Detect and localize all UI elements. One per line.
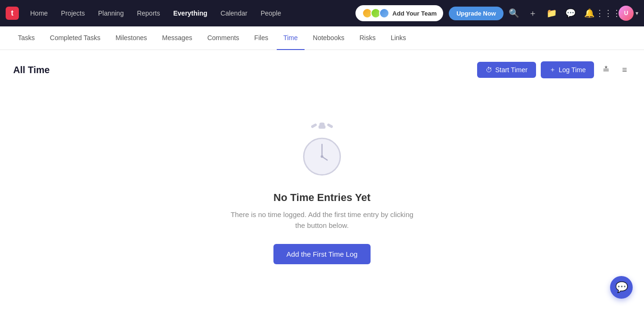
main-content: All Time ⏱ Start Timer ＋ Log Time ≛ ≡ — [0, 50, 644, 294]
filter-button[interactable]: ≡ — [618, 62, 631, 78]
start-timer-label: Start Timer — [495, 66, 527, 74]
logo[interactable]: t — [6, 7, 19, 20]
grid-icon: ⋮⋮⋮ — [595, 8, 621, 18]
tab-notebooks[interactable]: Notebooks — [306, 26, 351, 50]
user-menu-chevron[interactable]: ▾ — [636, 10, 638, 17]
nav-item-projects[interactable]: Projects — [55, 7, 91, 20]
plus-icon: ＋ — [549, 66, 556, 74]
add-team-label: Add Your Team — [392, 10, 437, 17]
tab-tasks[interactable]: Tasks — [11, 26, 41, 50]
search-button[interactable]: 🔍 — [505, 5, 522, 22]
tab-files[interactable]: Files — [248, 26, 275, 50]
tab-messages[interactable]: Messages — [156, 26, 199, 50]
tab-links[interactable]: Links — [384, 26, 413, 50]
team-avatar-3 — [379, 8, 389, 18]
chat-bubble-button[interactable]: 💬 — [610, 276, 633, 299]
log-time-label: Log Time — [559, 66, 586, 74]
nav-item-reports[interactable]: Reports — [131, 7, 165, 20]
tab-time[interactable]: Time — [277, 26, 305, 50]
timer-icon: ⏱ — [486, 66, 492, 74]
empty-title: No Time Entries Yet — [273, 192, 371, 204]
sub-navigation: Tasks Completed Tasks Milestones Message… — [0, 26, 644, 50]
content-header: All Time ⏱ Start Timer ＋ Log Time ≛ ≡ — [13, 61, 631, 78]
team-avatars — [362, 8, 389, 18]
svg-rect-2 — [327, 123, 333, 128]
empty-description: There is no time logged. Add the first t… — [228, 209, 416, 231]
plus-icon: ＋ — [528, 8, 537, 19]
chat-icon: 💬 — [565, 8, 576, 18]
chat-bubble-icon: 💬 — [615, 281, 628, 293]
nav-item-calendar[interactable]: Calendar — [215, 7, 253, 20]
svg-rect-1 — [311, 123, 317, 128]
tab-risks[interactable]: Risks — [353, 26, 382, 50]
page-title: All Time — [13, 65, 50, 75]
folder-icon: 📁 — [546, 8, 557, 18]
bell-icon: 🔔 — [584, 8, 594, 18]
svg-rect-7 — [319, 123, 324, 127]
start-timer-button[interactable]: ⏱ Start Timer — [477, 62, 536, 78]
apps-button[interactable]: ⋮⋮⋮ — [600, 5, 617, 22]
upgrade-button[interactable]: Upgrade Now — [449, 7, 504, 20]
empty-state: No Time Entries Yet There is no time log… — [13, 93, 631, 283]
add-button[interactable]: ＋ — [524, 5, 541, 22]
folder-button[interactable]: 📁 — [543, 5, 560, 22]
sort-icon: ≛ — [603, 65, 610, 75]
user-avatar[interactable]: U — [619, 6, 634, 21]
tab-comments[interactable]: Comments — [201, 26, 246, 50]
filter-icon: ≡ — [622, 65, 627, 75]
chat-button[interactable]: 💬 — [562, 5, 579, 22]
tab-completed-tasks[interactable]: Completed Tasks — [43, 26, 107, 50]
sort-button[interactable]: ≛ — [599, 62, 613, 78]
add-first-time-log-button[interactable]: Add the First Time Log — [273, 244, 371, 264]
nav-item-people[interactable]: People — [255, 7, 287, 20]
add-team-button[interactable]: Add Your Team — [355, 5, 443, 21]
search-icon: 🔍 — [509, 8, 519, 18]
logo-icon: t — [6, 7, 19, 20]
log-time-button[interactable]: ＋ Log Time — [541, 61, 594, 78]
header-actions: ⏱ Start Timer ＋ Log Time ≛ ≡ — [477, 61, 631, 78]
stopwatch-illustration — [294, 122, 350, 178]
nav-item-home[interactable]: Home — [25, 7, 53, 20]
nav-item-everything[interactable]: Everything — [167, 7, 213, 20]
nav-item-planning[interactable]: Planning — [92, 7, 130, 20]
top-navigation: t Home Projects Planning Reports Everyth… — [0, 0, 644, 26]
tab-milestones[interactable]: Milestones — [109, 26, 154, 50]
